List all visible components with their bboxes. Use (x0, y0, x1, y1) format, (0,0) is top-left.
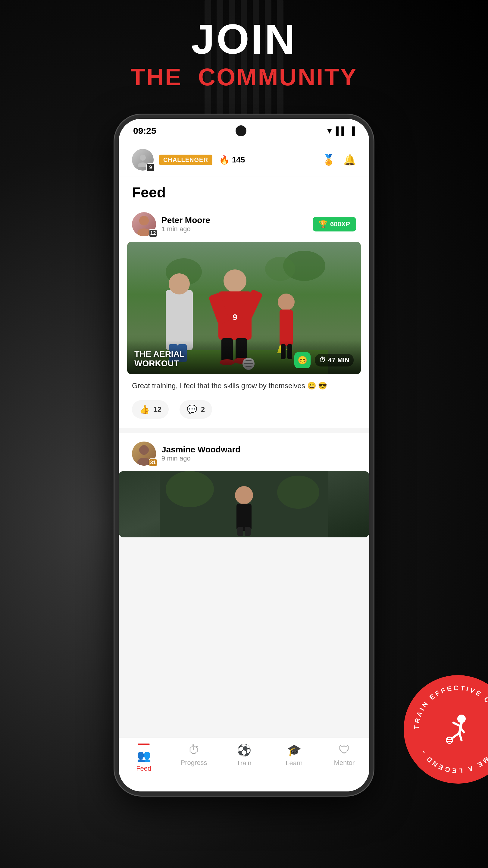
hero-section: JOIN THE COMMUNITY (0, 18, 488, 91)
svg-line-43 (459, 733, 461, 740)
thumb-up-icon: 👍 (139, 404, 150, 414)
phone-screen: 09:25 ▼ ▌▌ ▐ 9 (119, 119, 369, 792)
nav-mentor[interactable]: 🛡 Mentor (319, 744, 369, 767)
svg-point-14 (224, 270, 247, 292)
nav-active-indicator (138, 744, 150, 745)
learn-nav-label: Learn (286, 759, 302, 767)
comment-count: 2 (201, 405, 205, 414)
nav-learn[interactable]: 🎓 Learn (269, 744, 319, 767)
streak-wrap: 🔥 145 (219, 155, 245, 165)
post-2-info: Jasmine Woodward 9 min ago (161, 445, 356, 462)
app-content: 9 CHALLENGER 🔥 145 🏅 🔔 Feed (119, 143, 369, 792)
progress-nav-icon: ⏱ (188, 744, 200, 756)
user-level-badge: 9 (147, 163, 155, 172)
progress-nav-label: Progress (181, 759, 207, 767)
community-badge: TRAIN EFFECTIVE CLUB - BECOME A LEGEND - (404, 675, 488, 784)
post-1-image: 9 (127, 242, 361, 374)
battery-icon: ▐ (350, 126, 355, 135)
svg-point-38 (457, 715, 466, 723)
train-nav-icon: ⚽ (237, 744, 251, 757)
workout-meta: 😊 ⏱ 47 MIN (294, 352, 354, 368)
train-nav-label: Train (236, 759, 251, 767)
post-1-header: 12 Peter Moore 1 min ago 🏆 600XP (119, 204, 369, 242)
svg-point-28 (139, 445, 149, 455)
svg-line-40 (453, 723, 461, 726)
post-2-avatar-wrap: 31 (132, 441, 156, 466)
status-bar: 09:25 ▼ ▌▌ ▐ (119, 119, 369, 143)
leaderboard-icon[interactable]: 🏅 (322, 154, 335, 166)
nav-progress[interactable]: ⏱ Progress (169, 744, 219, 767)
svg-point-5 (265, 257, 295, 281)
emoji-icon: 😊 (294, 352, 311, 368)
svg-line-42 (452, 733, 459, 738)
svg-point-2 (139, 216, 149, 225)
duration-badge: ⏱ 47 MIN (315, 354, 354, 367)
workout-title: THE AERIAL WORKOUT (134, 350, 185, 368)
post-1-level: 12 (149, 229, 157, 238)
top-bar-actions: 🏅 🔔 (322, 154, 356, 166)
wifi-icon: ▼ (326, 126, 333, 135)
the-text: THE (130, 64, 182, 90)
svg-point-24 (278, 293, 295, 310)
bell-icon[interactable]: 🔔 (344, 154, 356, 166)
post-2-time: 9 min ago (161, 455, 356, 462)
duration-text: 47 MIN (328, 356, 350, 364)
level-title-badge: CHALLENGER (159, 155, 213, 165)
like-button[interactable]: 👍 12 (132, 400, 169, 418)
post-2-level: 31 (149, 458, 157, 467)
feed-title: Feed (119, 177, 369, 204)
camera-indicator (235, 125, 247, 136)
status-icons: ▼ ▌▌ ▐ (326, 126, 355, 135)
streak-count: 145 (232, 155, 245, 164)
nav-train[interactable]: ⚽ Train (219, 744, 269, 767)
comment-button[interactable]: 💬 2 (180, 400, 212, 418)
trophy-icon: 🏆 (319, 220, 328, 228)
svg-rect-35 (237, 527, 243, 536)
post-1-actions: 👍 12 💬 2 (119, 397, 369, 428)
post-card-1: 12 Peter Moore 1 min ago 🏆 600XP (119, 204, 369, 428)
svg-point-11 (169, 273, 190, 294)
clock-icon: ⏱ (319, 356, 326, 364)
post-1-caption: Great training, I feel that the skills g… (119, 374, 369, 397)
community-highlight: COMMUNITY (198, 64, 358, 90)
xp-badge: 🏆 600XP (313, 217, 356, 231)
feed-nav-label: Feed (136, 765, 151, 772)
feed-nav-icon: 👥 (137, 749, 151, 762)
post-1-avatar-wrap: 12 (132, 212, 156, 236)
post-1-overlay: THE AERIAL WORKOUT 😊 ⏱ 47 MIN (127, 341, 361, 374)
community-text: THE COMMUNITY (0, 63, 488, 91)
user-avatar-wrap: 9 (132, 149, 154, 170)
bottom-nav: 👥 Feed ⏱ Progress ⚽ Train 🎓 Learn 🛡 (119, 737, 369, 792)
join-text: JOIN (0, 18, 488, 60)
comment-icon: 💬 (187, 404, 197, 414)
post-2-user: Jasmine Woodward (161, 445, 356, 455)
signal-icon: ▌▌ (336, 126, 347, 135)
status-time: 09:25 (133, 126, 156, 136)
nav-feed[interactable]: 👥 Feed (119, 744, 169, 772)
mentor-nav-label: Mentor (334, 759, 355, 767)
svg-text:9: 9 (233, 313, 237, 322)
post-1-info: Peter Moore 1 min ago (161, 216, 307, 233)
player-icon (440, 711, 476, 747)
workout-title-text: THE AERIAL WORKOUT (134, 350, 185, 368)
post-2-svg (119, 471, 369, 537)
svg-rect-25 (280, 310, 293, 346)
svg-rect-34 (236, 504, 252, 531)
svg-point-32 (277, 475, 319, 509)
post-1-time: 1 min ago (161, 225, 307, 233)
feed-scroll[interactable]: 12 Peter Moore 1 min ago 🏆 600XP (119, 204, 369, 774)
svg-point-0 (140, 155, 146, 161)
top-bar: 9 CHALLENGER 🔥 145 🏅 🔔 (119, 143, 369, 177)
like-count: 12 (153, 405, 161, 414)
svg-rect-36 (245, 527, 251, 536)
fire-icon: 🔥 (219, 155, 230, 165)
post-1-user: Peter Moore (161, 216, 307, 225)
svg-point-31 (166, 471, 214, 507)
post-2-image (119, 471, 369, 537)
phone-frame: 09:25 ▼ ▌▌ ▐ 9 (115, 115, 373, 796)
mentor-nav-icon: 🛡 (338, 744, 350, 756)
post-card-2: 31 Jasmine Woodward 9 min ago (119, 433, 369, 537)
svg-point-33 (235, 486, 253, 504)
post-2-header: 31 Jasmine Woodward 9 min ago (119, 433, 369, 471)
xp-value: 600XP (330, 220, 350, 228)
